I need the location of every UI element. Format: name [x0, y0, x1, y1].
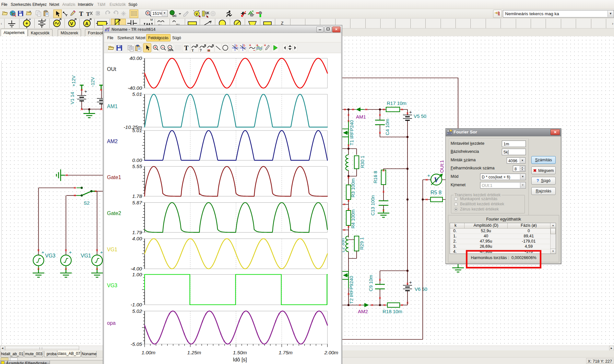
svg-text:1.78: 1.78: [132, 193, 142, 199]
svg-text:-40.00: -40.00: [128, 85, 142, 91]
svg-text:OUt:1: OUt:1: [439, 160, 444, 173]
svg-text:+: +: [249, 43, 251, 48]
svg-text:+: +: [264, 43, 266, 48]
svg-text:5.01: 5.01: [132, 91, 142, 97]
svg-text:b: b: [243, 44, 245, 47]
svg-text:Gate2: Gate2: [107, 210, 121, 216]
svg-text:1.00m: 1.00m: [141, 350, 155, 355]
svg-text:0.00: 0.00: [132, 157, 142, 163]
svg-text:AM1: AM1: [107, 104, 118, 109]
svg-text:+: +: [409, 279, 412, 285]
svg-text:-1.00: -1.00: [131, 302, 142, 307]
svg-text:V5 50: V5 50: [414, 113, 426, 119]
svg-text:VG3: VG3: [45, 253, 55, 258]
svg-text:-4.00: -4.00: [131, 266, 142, 271]
svg-text:5.02: 5.02: [132, 308, 142, 314]
svg-text:R17 10m: R17 10m: [387, 100, 407, 106]
svg-text:VG1: VG1: [107, 247, 117, 252]
svg-text:R3 100m: R3 100m: [350, 178, 356, 198]
svg-text:AM2: AM2: [358, 309, 368, 314]
svg-text:T: T: [184, 44, 189, 51]
svg-text:+: +: [427, 173, 430, 178]
svg-text:1.75m: 1.75m: [278, 350, 292, 355]
svg-text:1.50m: 1.50m: [233, 350, 247, 355]
svg-text:1.79: 1.79: [132, 230, 142, 235]
svg-text:C9 10m: C9 10m: [368, 275, 373, 291]
svg-text:R18 10m: R18 10m: [383, 309, 402, 314]
svg-text:opa: opa: [107, 320, 116, 326]
svg-text:AM1: AM1: [356, 114, 366, 119]
svg-text:5.01: 5.01: [132, 128, 142, 133]
svg-text:2.00m: 2.00m: [324, 350, 338, 355]
svg-text:Gate1: Gate1: [107, 175, 121, 180]
svg-text:T1 IRFP240: T1 IRFP240: [349, 120, 354, 145]
svg-text:Idô [s]: Idô [s]: [233, 357, 247, 362]
svg-text:+: +: [41, 249, 44, 255]
svg-text:5.87: 5.87: [132, 200, 143, 205]
svg-text:?: ?: [200, 49, 202, 52]
svg-text:R30 1: R30 1: [360, 156, 365, 168]
svg-text:4.00: 4.00: [132, 236, 142, 241]
svg-text:R16 8: R16 8: [373, 171, 378, 184]
svg-text:100%: 100%: [168, 49, 174, 51]
svg-text:40.00: 40.00: [129, 55, 142, 61]
svg-text:R29 1: R29 1: [359, 237, 364, 250]
svg-text:+: +: [409, 109, 412, 115]
svg-text:–: –: [253, 48, 255, 52]
svg-text:VG3: VG3: [107, 283, 117, 288]
svg-text:a: a: [236, 44, 238, 47]
svg-text:+12V: +12V: [71, 75, 76, 87]
svg-text:R5 8: R5 8: [431, 190, 442, 195]
svg-text:5.55: 5.55: [132, 164, 142, 169]
svg-text:T2 IRFP9240: T2 IRFP9240: [349, 276, 354, 304]
svg-text:S2: S2: [84, 200, 89, 206]
svg-text:-5.05: -5.05: [131, 341, 142, 347]
svg-text:V6 50: V6 50: [415, 286, 427, 292]
svg-text:C4 10m: C4 10m: [385, 119, 390, 135]
svg-text:AM2: AM2: [107, 139, 118, 144]
svg-text:1.25m: 1.25m: [187, 350, 201, 355]
svg-text:T: T: [192, 49, 194, 52]
svg-text:-12V: -12V: [90, 77, 95, 87]
svg-text:C13 100n: C13 100n: [370, 195, 375, 216]
svg-text:VG1: VG1: [81, 253, 91, 258]
svg-text:R4 100m: R4 100m: [350, 210, 356, 229]
svg-text:OUt: OUt: [107, 66, 116, 72]
svg-text:+: +: [69, 249, 72, 255]
svg-text:1.00: 1.00: [132, 272, 142, 277]
svg-text:V1 14: V1 14: [70, 92, 75, 104]
svg-text:+: +: [84, 88, 87, 94]
